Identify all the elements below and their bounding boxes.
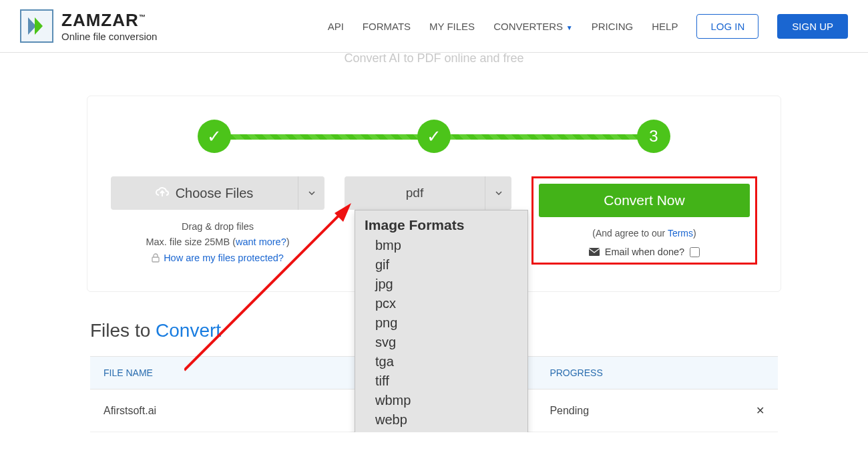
col-filename-header: FILE NAME: [90, 357, 379, 390]
logo-mark-icon: [20, 9, 53, 43]
format-dropdown-toggle[interactable]: [485, 176, 511, 210]
cell-progress: Pending: [536, 390, 742, 432]
nav-converters[interactable]: CONVERTERS ▼: [493, 21, 573, 32]
format-select-button[interactable]: pdf: [345, 176, 485, 210]
signup-button[interactable]: SIGN UP: [777, 14, 848, 39]
col-actions-header: [742, 357, 778, 390]
convert-highlight-box: Convert Now (And agree to our Terms) Ema…: [531, 176, 757, 265]
files-protected-link[interactable]: How are my files protected?: [164, 253, 284, 263]
format-option[interactable]: png: [355, 313, 527, 333]
email-when-done-checkbox[interactable]: [690, 247, 700, 257]
upload-cloud-icon: [156, 187, 169, 199]
conversion-card: ✓ ✓ 3 Choose Files Drag & drop files Max…: [87, 96, 781, 292]
format-option[interactable]: gif: [355, 255, 527, 275]
lock-icon: [152, 253, 160, 263]
choose-files-button[interactable]: Choose Files: [111, 176, 298, 210]
convert-now-button[interactable]: Convert Now: [539, 184, 750, 217]
format-option[interactable]: bmp: [355, 236, 527, 255]
format-option[interactable]: webp: [355, 410, 527, 430]
cell-filename: Afirstsoft.ai: [90, 390, 379, 432]
nav-api[interactable]: API: [328, 21, 344, 32]
dropdown-group-document: Document Formats: [355, 430, 527, 432]
format-option[interactable]: tiff: [355, 371, 527, 391]
format-option[interactable]: pcx: [355, 294, 527, 313]
choose-help-text: Drag & drop files Max. file size 25MB (w…: [146, 219, 289, 250]
format-option[interactable]: svg: [355, 333, 527, 352]
nav-help[interactable]: HELP: [652, 21, 678, 32]
chevron-down-icon: [495, 191, 502, 195]
want-more-link[interactable]: want more?: [236, 237, 286, 247]
svg-rect-0: [152, 257, 159, 262]
svg-rect-1: [589, 248, 600, 256]
page-subtitle: Convert AI to PDF online and free: [0, 51, 868, 65]
dropdown-group-image: Image Formats: [355, 210, 527, 236]
step-3-number: 3: [637, 120, 670, 153]
brand-tagline: Online file conversion: [61, 31, 157, 42]
step-2-check-icon: ✓: [417, 120, 451, 153]
step-1-check-icon: ✓: [198, 120, 231, 153]
stepper: ✓ ✓ 3: [198, 120, 670, 153]
login-button[interactable]: LOG IN: [696, 14, 758, 39]
convert-column: Convert Now (And agree to our Terms) Ema…: [531, 176, 757, 265]
brand-name: ZAMZAR™: [61, 10, 157, 31]
terms-row: (And agree to our Terms): [539, 228, 750, 239]
nav-formats[interactable]: FORMATS: [363, 21, 411, 32]
nav-pricing[interactable]: PRICING: [592, 21, 634, 32]
choose-files-column: Choose Files Drag & drop files Max. file…: [111, 176, 324, 263]
main-nav: API FORMATS MY FILES CONVERTERS ▼ PRICIN…: [328, 14, 848, 39]
format-option[interactable]: jpg: [355, 275, 527, 294]
format-option[interactable]: wbmp: [355, 391, 527, 410]
email-when-done-label: Email when done?: [605, 247, 684, 257]
chevron-down-icon: ▼: [564, 24, 573, 31]
top-header: ZAMZAR™ Online file conversion API FORMA…: [0, 0, 868, 53]
logo[interactable]: ZAMZAR™ Online file conversion: [20, 9, 157, 43]
choose-files-dropdown-toggle[interactable]: [298, 176, 324, 210]
mail-icon: [589, 248, 600, 256]
format-option[interactable]: tga: [355, 352, 527, 371]
terms-link[interactable]: Terms: [668, 228, 693, 239]
remove-file-button[interactable]: ✕: [742, 390, 778, 432]
chevron-down-icon: [308, 191, 315, 195]
col-progress-header: PROGRESS: [536, 357, 742, 390]
format-dropdown-panel: Image Formats bmp gif jpg pcx png svg tg…: [355, 210, 528, 432]
nav-myfiles[interactable]: MY FILES: [429, 21, 475, 32]
format-column: pdf: [331, 176, 525, 210]
